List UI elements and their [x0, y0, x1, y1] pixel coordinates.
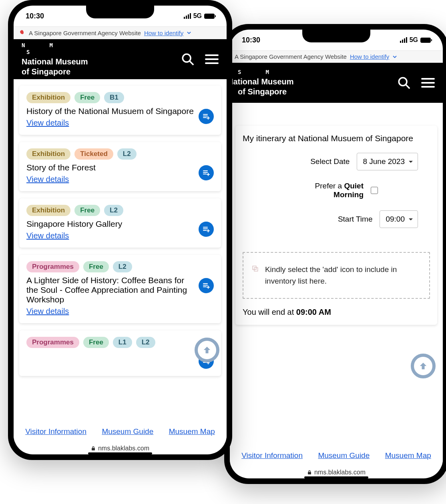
view-details-link[interactable]: View details	[26, 307, 69, 316]
navbar: NMS National Museum of Singapore	[14, 39, 227, 79]
add-to-itinerary-button[interactable]	[199, 165, 214, 180]
view-details-link[interactable]: View details	[26, 118, 69, 127]
tag-prog: Programmes	[26, 261, 79, 272]
tag-lvl: L1	[113, 337, 132, 348]
phone-left: 10:30 5G A Singapore Government Agency W…	[8, 0, 232, 460]
listing-content: ExhibitionFreeB1History of the National …	[14, 82, 227, 426]
home-indicator[interactable]	[304, 476, 368, 478]
svg-point-0	[183, 54, 191, 62]
screen: 10:30 5G A Singapore Government Agency W…	[14, 6, 227, 454]
tag-lvl: L2	[104, 205, 123, 216]
tag-lvl: L2	[136, 337, 155, 348]
navbar: SM National Museum of Singapore	[230, 63, 443, 103]
status-time: 10:30	[26, 12, 44, 20]
footer-link-map[interactable]: Musuem Map	[385, 451, 431, 460]
home-indicator[interactable]	[88, 452, 152, 454]
add-to-itinerary-button[interactable]	[199, 222, 214, 237]
network-label: 5G	[193, 12, 202, 20]
search-icon[interactable]	[397, 76, 411, 90]
itinerary-heading: My itinerary at National Musuem of Singa…	[243, 134, 430, 143]
menu-icon[interactable]	[421, 78, 435, 88]
end-time-text: You will end at 09:00 AM	[243, 308, 430, 317]
view-details-link[interactable]: View details	[26, 175, 69, 184]
itinerary-dropzone: Kindly select the 'add' icon to include …	[243, 252, 430, 299]
brand-logo[interactable]: NMS National Museum of Singapore	[22, 42, 88, 77]
event-card: ProgrammesFreeL1L2	[19, 330, 221, 376]
gov-banner: A Singapore Government Agency Website Ho…	[230, 50, 443, 63]
gov-text: A Singapore Government Agency Website	[235, 53, 347, 60]
svg-point-3	[399, 78, 407, 86]
tag-prog: Programmes	[26, 337, 79, 348]
tag-free: Free	[83, 261, 109, 272]
chevron-down-icon	[392, 54, 397, 59]
tag-lvl: L2	[117, 148, 137, 160]
scroll-to-top-button[interactable]	[411, 354, 436, 378]
lion-icon	[18, 29, 26, 36]
network-label: 5G	[410, 36, 418, 44]
tag-exhib: Exhibition	[26, 148, 70, 160]
status-time: 10:30	[242, 36, 260, 44]
battery-icon	[204, 14, 215, 19]
itinerary-panel: My itinerary at National Musuem of Singa…	[235, 126, 437, 325]
event-card: ExhibitionFreeL2Singapore History Galler…	[19, 198, 221, 248]
tag-exhib: Exhibition	[26, 92, 70, 103]
time-label: Start Time	[338, 215, 373, 224]
gov-banner: A Singapore Government Agency Website Ho…	[14, 26, 227, 39]
scroll-to-top-button[interactable]	[195, 338, 219, 362]
battery-icon	[420, 38, 431, 43]
date-label: Select Date	[310, 157, 350, 166]
gov-text: A Singapore Government Agency Website	[29, 30, 141, 36]
footer-links: Visitor Information Museum Guide Musuem …	[230, 446, 443, 466]
tag-lvl: L2	[113, 261, 132, 272]
dropzone-text: Kindly select the 'add' icon to include …	[265, 264, 420, 287]
url-bar: nms.blaklabs.com	[14, 445, 227, 452]
notch	[86, 6, 154, 18]
footer-link-visitor[interactable]: Visitor Information	[25, 427, 86, 436]
event-card: ExhibitionFreeB1History of the National …	[19, 86, 221, 135]
chevron-down-icon	[187, 30, 191, 35]
tag-free: Free	[83, 337, 109, 348]
date-select[interactable]: 8 June 2023	[357, 153, 418, 170]
url-bar: nms.blaklabs.com	[230, 469, 443, 476]
event-title: History of the National Musuem of Singap…	[26, 106, 194, 116]
add-to-itinerary-button[interactable]	[199, 109, 214, 124]
event-title: A Lighter Side of History: Coffee Beans …	[26, 276, 195, 304]
gov-identify-link[interactable]: How to identify	[144, 30, 183, 36]
lock-icon	[307, 470, 312, 475]
quiet-morning-checkbox[interactable]	[371, 187, 378, 194]
brand-logo[interactable]: SM National Museum of Singapore	[238, 69, 294, 97]
menu-icon[interactable]	[205, 54, 219, 64]
screen: 10:30 5G A Singapore Government Agency W…	[230, 30, 443, 478]
tag-exhib: Exhibition	[26, 205, 70, 216]
gov-identify-link[interactable]: How to identify	[350, 53, 389, 60]
signal-icon	[184, 13, 191, 19]
itinerary-content: My itinerary at National Musuem of Singa…	[230, 122, 443, 450]
footer-link-visitor[interactable]: Visitor Information	[241, 451, 303, 460]
search-icon[interactable]	[181, 52, 195, 66]
lock-icon	[91, 446, 96, 451]
footer-link-guide[interactable]: Museum Guide	[318, 451, 370, 460]
event-card: ProgrammesFreeL2A Lighter Side of Histor…	[19, 255, 221, 323]
tag-tick: Ticketed	[74, 148, 113, 160]
event-title: Story of the Forest	[26, 163, 96, 172]
footer-links: Visitor Information Museum Guide Musuem …	[14, 422, 227, 442]
footer-link-map[interactable]: Musuem Map	[169, 427, 215, 436]
footer-link-guide[interactable]: Museum Guide	[102, 427, 153, 436]
quiet-label: Prefer a Quiet Morning	[291, 182, 364, 199]
add-hint-icon	[252, 265, 259, 273]
time-select[interactable]: 09:00	[380, 210, 418, 228]
svg-rect-7	[308, 472, 311, 474]
phone-right: 10:30 5G A Singapore Government Agency W…	[224, 24, 446, 484]
svg-line-1	[189, 61, 193, 65]
tag-free: Free	[74, 92, 100, 103]
signal-icon	[400, 37, 407, 43]
event-title: Singapore History Gallery	[26, 219, 122, 229]
svg-rect-2	[92, 448, 95, 450]
add-to-itinerary-button[interactable]	[199, 278, 214, 293]
view-details-link[interactable]: View details	[26, 231, 69, 240]
svg-line-4	[406, 84, 410, 88]
event-card: ExhibitionTicketedL2Story of the ForestV…	[19, 142, 221, 191]
notch	[302, 30, 370, 42]
tag-free: Free	[74, 205, 100, 216]
tag-lvl: B1	[104, 92, 124, 103]
